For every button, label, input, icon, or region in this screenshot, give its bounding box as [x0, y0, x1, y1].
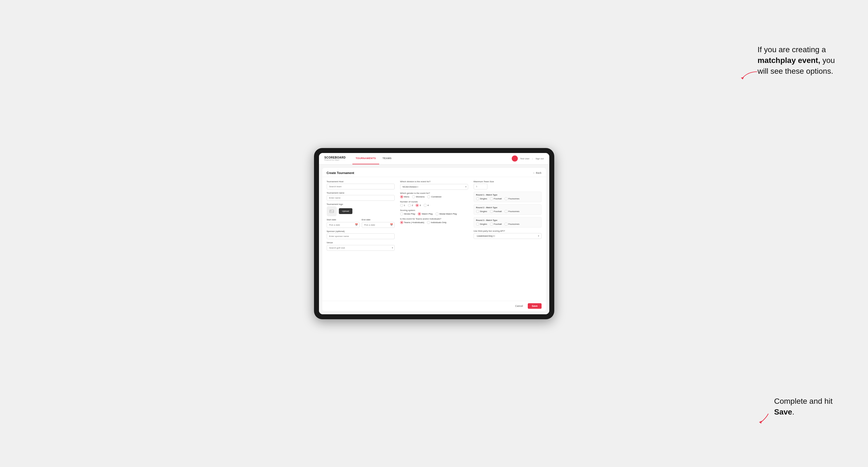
user-avatar: [512, 155, 518, 161]
round-1[interactable]: 1: [400, 204, 405, 207]
teams-radio-group: Teams (+Individuals) Individuals Only: [400, 221, 468, 224]
round1-match-type-section: Round 1 - Match Type Singles Fourball: [474, 192, 541, 202]
round1-singles[interactable]: Singles: [476, 197, 487, 200]
save-button[interactable]: Save: [528, 303, 541, 309]
tablet-screen: SCOREBOARD Powered by clippit TOURNAMENT…: [319, 153, 549, 314]
gender-combined-radio[interactable]: [427, 195, 430, 198]
teams-label: Is this event for Teams and/or Individua…: [400, 218, 468, 220]
annotation-save-text-1: Complete and hit: [774, 397, 833, 405]
venue-input[interactable]: [327, 245, 395, 251]
scoring-field: Scoring system Stroke Play Match Play: [400, 209, 468, 215]
individuals-only[interactable]: Individuals Only: [427, 221, 446, 224]
gender-mens[interactable]: Mens: [400, 195, 409, 198]
nav-right: Test User | Sign out: [512, 155, 544, 161]
division-select[interactable]: NCAA Division I: [400, 184, 468, 190]
round3-foursomes-radio[interactable]: [504, 223, 507, 226]
round-2[interactable]: 2: [408, 204, 413, 207]
medal-match-play-radio[interactable]: [436, 212, 439, 215]
gender-womens-radio[interactable]: [412, 195, 415, 198]
sponsor-input[interactable]: [327, 234, 395, 239]
round2-foursomes-radio[interactable]: [504, 210, 507, 213]
form-container: Create Tournament ← Back Tournament Host…: [322, 168, 546, 311]
teams-field: Is this event for Teams and/or Individua…: [400, 218, 468, 224]
max-team-size-label: Maximum Team Size: [474, 180, 541, 183]
tournament-name-input[interactable]: [327, 195, 395, 201]
teams-radio[interactable]: [400, 221, 403, 224]
teams-individuals[interactable]: Teams (+Individuals): [400, 221, 425, 224]
cancel-button[interactable]: Cancel: [512, 303, 526, 309]
venue-field: Venue ▾: [327, 241, 395, 251]
round2-match-type-group: Singles Fourball Foursomes: [476, 210, 539, 213]
gender-field: Which gender is the event for? Mens Wome…: [400, 192, 468, 198]
round3-fourball-radio[interactable]: [490, 223, 493, 226]
middle-column: Which division is the event for? NCAA Di…: [400, 180, 468, 298]
gender-label: Which gender is the event for?: [400, 192, 468, 194]
gender-mens-radio[interactable]: [400, 195, 403, 198]
scoring-api-select[interactable]: Leaderboard King × ▾: [474, 233, 541, 239]
round3-foursomes[interactable]: Foursomes: [504, 223, 520, 226]
tab-tournaments[interactable]: TOURNAMENTS: [352, 153, 379, 165]
logo-placeholder: [327, 206, 337, 216]
round3-fourball[interactable]: Fourball: [490, 223, 502, 226]
annotation-save: Complete and hit Save.: [774, 396, 851, 417]
round2-singles[interactable]: Singles: [476, 210, 487, 213]
round2-foursomes[interactable]: Foursomes: [504, 210, 520, 213]
match-play-radio[interactable]: [418, 212, 421, 215]
back-button[interactable]: ← Back: [533, 172, 541, 174]
round-4[interactable]: 4: [424, 204, 429, 207]
round-2-radio[interactable]: [408, 204, 411, 207]
arrow-save: [751, 411, 773, 426]
round2-fourball[interactable]: Fourball: [490, 210, 502, 213]
gender-womens[interactable]: Womens: [412, 195, 425, 198]
arrow-matchplay: [737, 68, 759, 84]
tournament-host-field: Tournament Host: [327, 180, 395, 189]
sponsor-field: Sponsor (optional): [327, 230, 395, 239]
tab-teams[interactable]: TEAMS: [379, 153, 395, 165]
brand-name: SCOREBOARD: [324, 156, 346, 159]
round-3-radio[interactable]: [415, 204, 419, 207]
tournament-host-input[interactable]: [327, 184, 395, 189]
round1-fourball-radio[interactable]: [490, 197, 493, 200]
user-name: Test User: [520, 157, 529, 160]
tournament-name-label: Tournament name: [327, 192, 395, 194]
round1-fourball[interactable]: Fourball: [490, 197, 502, 200]
gender-combined[interactable]: Combined: [427, 195, 441, 198]
scoring-match-play[interactable]: Match Play: [418, 212, 433, 215]
round1-foursomes-radio[interactable]: [504, 197, 507, 200]
stroke-play-radio[interactable]: [400, 212, 403, 215]
tablet-frame: SCOREBOARD Powered by clippit TOURNAMENT…: [314, 148, 554, 319]
sign-out-link[interactable]: Sign out: [535, 157, 544, 160]
upload-button[interactable]: Upload: [339, 208, 352, 214]
round3-singles-radio[interactable]: [476, 223, 479, 226]
round1-match-type-group: Singles Fourball Foursomes: [476, 197, 539, 200]
round-1-radio[interactable]: [400, 204, 403, 207]
division-field: Which division is the event for? NCAA Di…: [400, 180, 468, 190]
round3-singles[interactable]: Singles: [476, 223, 487, 226]
individuals-only-radio[interactable]: [427, 221, 430, 224]
form-title: Create Tournament: [327, 171, 354, 175]
max-team-size-field: Maximum Team Size: [474, 180, 541, 189]
round-3[interactable]: 3: [415, 204, 421, 207]
badge-close-icon[interactable]: ×: [493, 235, 494, 237]
round1-foursomes[interactable]: Foursomes: [504, 197, 520, 200]
left-column: Tournament Host Tournament name Tourname…: [327, 180, 395, 298]
round2-singles-radio[interactable]: [476, 210, 479, 213]
content-area: Create Tournament ← Back Tournament Host…: [319, 165, 549, 314]
navbar: SCOREBOARD Powered by clippit TOURNAMENT…: [319, 153, 549, 165]
round-4-radio[interactable]: [424, 204, 427, 207]
venue-label: Venue: [327, 241, 395, 244]
scoring-stroke-play[interactable]: Stroke Play: [400, 212, 415, 215]
start-date-label: Start date: [327, 218, 360, 221]
round3-match-type-section: Round 3 - Match Type Singles Fourball: [474, 217, 541, 227]
division-select-wrap: NCAA Division I ▾: [400, 184, 468, 190]
venue-select-wrap: ▾: [327, 245, 395, 251]
sponsor-label: Sponsor (optional): [327, 230, 395, 232]
max-team-size-input[interactable]: [474, 184, 488, 189]
brand-sub: Powered by clippit: [324, 159, 346, 161]
form-body: Tournament Host Tournament name Tourname…: [322, 177, 546, 301]
round1-singles-radio[interactable]: [476, 197, 479, 200]
scoring-medal-match-play[interactable]: Medal Match Play: [436, 212, 457, 215]
date-row: Start date 📅 End date 📅: [327, 218, 395, 228]
logo-area: Upload: [327, 206, 395, 216]
round2-fourball-radio[interactable]: [490, 210, 493, 213]
